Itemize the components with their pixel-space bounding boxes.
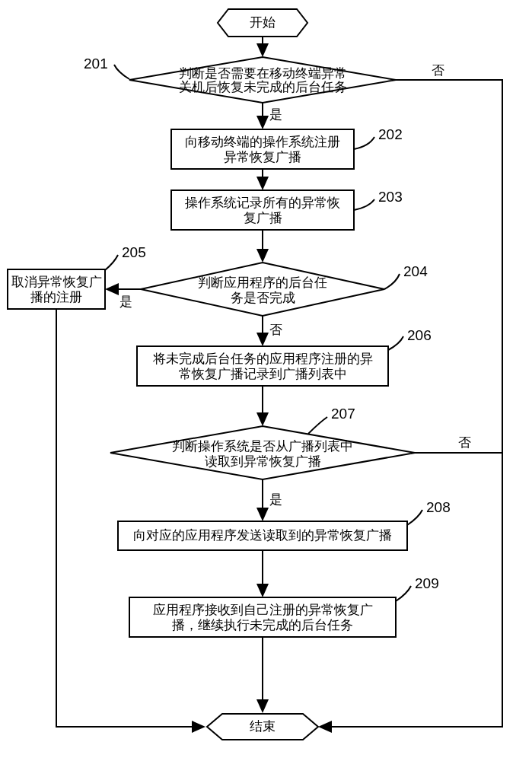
label-connector <box>388 336 403 350</box>
svg-text:关机后恢复未完成的后台任务: 关机后恢复未完成的后台任务 <box>179 80 347 94</box>
svg-text:将未完成后台任务的应用程序注册的异: 将未完成后台任务的应用程序注册的异 <box>152 352 373 366</box>
edge-yes: 是 <box>269 107 282 122</box>
svg-text:判断是否需要在移动终端异常: 判断是否需要在移动终端异常 <box>179 66 347 81</box>
label-205: 205 <box>122 244 146 260</box>
label-207: 207 <box>331 406 355 422</box>
label-206: 206 <box>407 327 432 343</box>
process-202: 向移动终端的操作系统注册 异常恢复广播 <box>171 129 354 169</box>
process-206: 将未完成后台任务的应用程序注册的异 常恢复广播记录到广播列表中 <box>137 346 388 386</box>
label-209: 209 <box>415 575 439 591</box>
process-208: 向对应的应用程序发送读取到的异常恢复广播 <box>118 521 407 550</box>
label-connector <box>384 274 400 289</box>
process-205: 取消异常恢复广 播的注册 <box>8 269 105 309</box>
svg-text:读取到异常恢复广播: 读取到异常恢复广播 <box>205 454 321 469</box>
label-203: 203 <box>378 189 403 205</box>
edge-no: 否 <box>269 323 282 337</box>
svg-text:取消异常恢复广: 取消异常恢复广 <box>11 275 102 289</box>
edge-yes: 是 <box>269 492 282 507</box>
svg-text:判断操作系统是否从广播列表中: 判断操作系统是否从广播列表中 <box>172 439 353 454</box>
svg-text:判断应用程序的后台任: 判断应用程序的后台任 <box>198 275 327 290</box>
label-connector <box>354 199 374 210</box>
start-node: 开始 <box>218 9 307 37</box>
label-208: 208 <box>426 499 451 515</box>
label-202: 202 <box>378 126 403 142</box>
edge-no: 否 <box>432 63 444 78</box>
svg-text:务是否完成: 务是否完成 <box>231 291 295 305</box>
svg-text:常恢复广播记录到广播列表中: 常恢复广播记录到广播列表中 <box>179 367 347 381</box>
decision-201: 判断是否需要在移动终端异常 关机后恢复未完成的后台任务 <box>129 57 396 103</box>
process-203: 操作系统记录所有的异常恢 复广播 <box>171 190 354 230</box>
process-209: 应用程序接收到自己注册的异常恢复广 播，继续执行未完成的后台任务 <box>129 597 396 637</box>
decision-207: 判断操作系统是否从广播列表中 读取到异常恢复广播 <box>110 426 415 479</box>
svg-text:异常恢复广播: 异常恢复广播 <box>224 150 301 164</box>
label-204: 204 <box>403 263 428 279</box>
svg-text:播，继续执行未完成的后台任务: 播，继续执行未完成的后台任务 <box>172 618 353 632</box>
svg-text:向移动终端的操作系统注册: 向移动终端的操作系统注册 <box>185 135 340 149</box>
decision-204: 判断应用程序的后台任 务是否完成 <box>141 263 384 316</box>
svg-text:复广播: 复广播 <box>244 211 282 225</box>
svg-text:应用程序接收到自己注册的异常恢复广: 应用程序接收到自己注册的异常恢复广 <box>153 603 373 617</box>
label-connector <box>354 137 374 149</box>
label-connector <box>407 510 422 525</box>
label-connector <box>396 586 411 601</box>
edge-no: 否 <box>458 435 471 450</box>
edge-yes: 是 <box>119 295 132 309</box>
svg-text:向对应的应用程序发送读取到的异常恢复广播: 向对应的应用程序发送读取到的异常恢复广播 <box>133 528 392 543</box>
label-201: 201 <box>84 56 108 72</box>
end-node: 结束 <box>207 714 318 740</box>
end-text: 结束 <box>250 719 276 734</box>
start-text: 开始 <box>250 15 276 30</box>
label-connector <box>105 255 118 270</box>
label-connector <box>308 417 327 434</box>
label-connector <box>114 65 129 79</box>
svg-text:操作系统记录所有的异常恢: 操作系统记录所有的异常恢 <box>185 196 340 210</box>
svg-text:播的注册: 播的注册 <box>30 290 82 304</box>
flowchart: 开始 判断是否需要在移动终端异常 关机后恢复未完成的后台任务 201 是 否 向… <box>0 0 532 761</box>
